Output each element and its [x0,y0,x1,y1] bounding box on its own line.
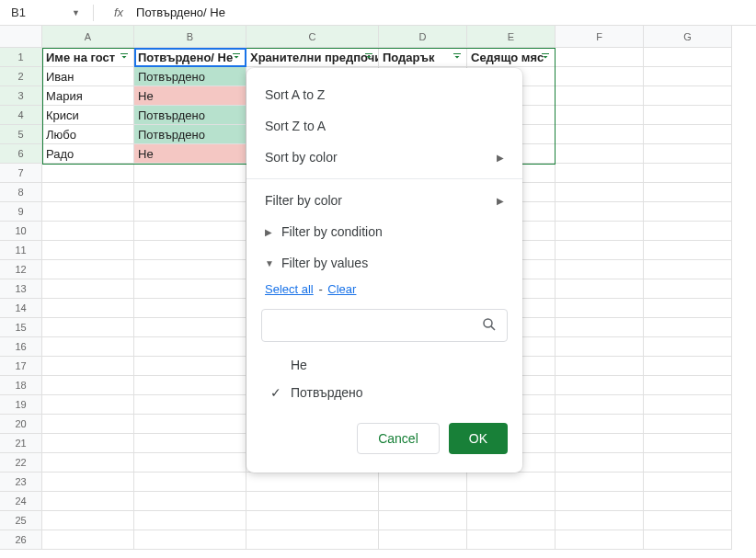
cell-C1[interactable]: Хранителни предпочита [246,48,379,67]
row-header-24[interactable]: 24 [0,492,42,511]
filter-icon[interactable] [538,50,553,64]
cell-B24[interactable] [134,492,246,511]
cell-B8[interactable] [134,183,246,202]
cell-G1[interactable] [644,48,732,67]
formula-input[interactable]: Потвърдено/ Не [132,4,749,21]
cell-G15[interactable] [644,318,732,337]
cell-G24[interactable] [644,492,732,511]
cell-F16[interactable] [556,337,644,357]
cell-F8[interactable] [556,183,644,202]
row-header-6[interactable]: 6 [0,144,42,164]
cell-B9[interactable] [134,202,246,222]
cell-G5[interactable] [644,125,732,144]
cell-G8[interactable] [644,183,732,202]
cell-F13[interactable] [556,279,644,299]
cell-B2[interactable]: Потвърдено [134,67,246,86]
filter-value-item[interactable]: Не [261,351,508,379]
cell-G16[interactable] [644,337,732,357]
cell-F4[interactable] [556,106,644,125]
row-header-3[interactable]: 3 [0,86,42,106]
cell-E23[interactable] [467,473,556,492]
cell-B4[interactable]: Потвърдено [134,106,246,125]
cell-G21[interactable] [644,434,732,453]
cell-F24[interactable] [556,492,644,511]
cell-A15[interactable] [42,318,134,337]
cell-A2[interactable]: Иван [42,67,134,86]
cell-B6[interactable]: Не [134,144,246,164]
cell-A18[interactable] [42,376,134,395]
cell-F25[interactable] [556,511,644,530]
row-header-9[interactable]: 9 [0,202,42,222]
cell-B22[interactable] [134,453,246,473]
ok-button[interactable]: OK [449,423,508,454]
cell-A16[interactable] [42,337,134,357]
cell-G19[interactable] [644,395,732,415]
cell-B13[interactable] [134,279,246,299]
row-header-16[interactable]: 16 [0,337,42,357]
row-header-10[interactable]: 10 [0,222,42,241]
row-header-13[interactable]: 13 [0,279,42,299]
clear-link[interactable]: Clear [327,282,356,296]
cell-G23[interactable] [644,473,732,492]
cell-G3[interactable] [644,86,732,106]
cell-A21[interactable] [42,434,134,453]
row-header-17[interactable]: 17 [0,357,42,376]
cell-F3[interactable] [556,86,644,106]
cell-E24[interactable] [467,492,556,511]
cell-A17[interactable] [42,357,134,376]
cell-D24[interactable] [379,492,467,511]
row-header-1[interactable]: 1 [0,48,42,67]
cell-E25[interactable] [467,511,556,530]
row-header-23[interactable]: 23 [0,473,42,492]
sort-z-a[interactable]: Sort Z to A [246,110,522,142]
filter-by-color[interactable]: Filter by color ▶ [246,185,522,216]
cell-C25[interactable] [246,511,379,530]
cell-C23[interactable] [246,473,379,492]
cell-A26[interactable] [42,530,134,550]
column-header-A[interactable]: A [42,26,134,48]
cell-F6[interactable] [556,144,644,164]
cell-G25[interactable] [644,511,732,530]
cell-G4[interactable] [644,106,732,125]
filter-icon[interactable] [450,50,464,64]
cell-F21[interactable] [556,434,644,453]
cell-G13[interactable] [644,279,732,299]
cell-A22[interactable] [42,453,134,473]
cell-F19[interactable] [556,395,644,415]
cell-F17[interactable] [556,357,644,376]
cell-D26[interactable] [379,530,467,550]
cell-G14[interactable] [644,299,732,318]
cell-B26[interactable] [134,530,246,550]
cell-B5[interactable]: Потвърдено [134,125,246,144]
cell-G10[interactable] [644,222,732,241]
row-header-8[interactable]: 8 [0,183,42,202]
filter-by-condition[interactable]: ▶ Filter by condition [246,216,522,247]
cell-A6[interactable]: Радо [42,144,134,164]
cell-B17[interactable] [134,357,246,376]
cell-B23[interactable] [134,473,246,492]
cell-A11[interactable] [42,241,134,260]
row-header-5[interactable]: 5 [0,125,42,144]
cell-A3[interactable]: Мария [42,86,134,106]
cell-A5[interactable]: Любо [42,125,134,144]
row-header-26[interactable]: 26 [0,530,42,550]
cell-A23[interactable] [42,473,134,492]
cell-B1[interactable]: Потвърдено/ Не [134,48,246,67]
cell-F10[interactable] [556,222,644,241]
cell-A9[interactable] [42,202,134,222]
cell-A7[interactable] [42,164,134,183]
cell-B10[interactable] [134,222,246,241]
cell-A19[interactable] [42,395,134,415]
cell-B16[interactable] [134,337,246,357]
row-header-2[interactable]: 2 [0,67,42,86]
row-header-21[interactable]: 21 [0,434,42,453]
cell-B15[interactable] [134,318,246,337]
cell-G2[interactable] [644,67,732,86]
cell-F12[interactable] [556,260,644,279]
column-header-C[interactable]: C [246,26,379,48]
cancel-button[interactable]: Cancel [357,423,440,454]
row-header-18[interactable]: 18 [0,376,42,395]
cell-B19[interactable] [134,395,246,415]
sort-a-z[interactable]: Sort A to Z [246,79,522,110]
cell-G17[interactable] [644,357,732,376]
